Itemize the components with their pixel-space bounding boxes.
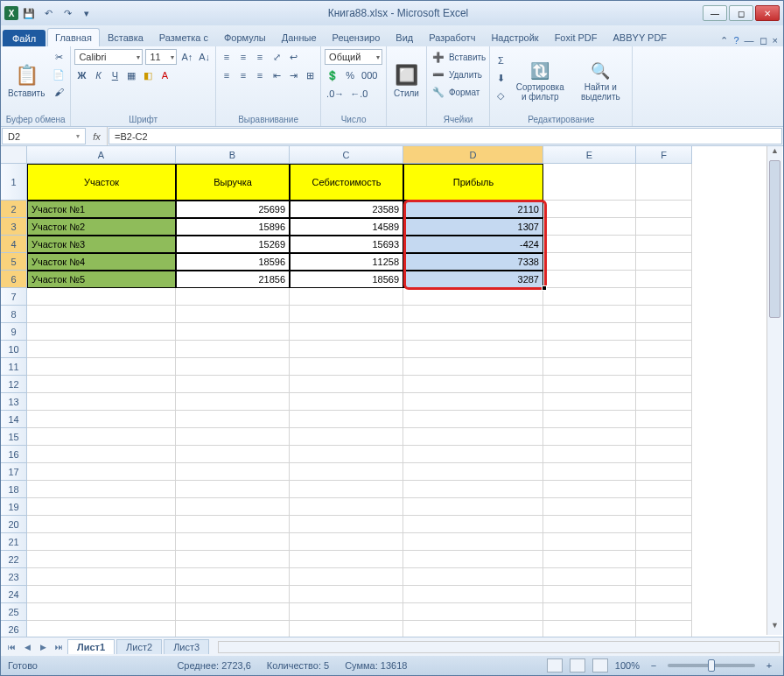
align-top-icon[interactable]: ≡ <box>220 49 234 65</box>
format-cells-icon[interactable]: 🔧 <box>430 84 446 100</box>
cell-7-E[interactable] <box>543 288 636 306</box>
cell-23-E[interactable] <box>543 568 636 586</box>
cell-19-A[interactable] <box>27 498 176 516</box>
cell-18-A[interactable] <box>27 481 176 498</box>
cell-15-C[interactable] <box>290 428 403 446</box>
cell-22-F[interactable] <box>636 551 692 568</box>
cell-5-C[interactable]: 11258 <box>290 253 403 271</box>
cell-4-F[interactable] <box>636 236 692 253</box>
cell-2-B[interactable]: 25699 <box>176 201 290 218</box>
fill-color-icon[interactable]: ◧ <box>141 67 155 83</box>
cell-12-F[interactable] <box>636 376 692 393</box>
row-header-2[interactable]: 2 <box>1 201 27 218</box>
row-header-4[interactable]: 4 <box>1 236 27 253</box>
cell-13-C[interactable] <box>290 393 403 411</box>
row-header-11[interactable]: 11 <box>1 358 27 376</box>
col-header-A[interactable]: A <box>27 146 176 164</box>
insert-cells-icon[interactable]: ➕ <box>430 49 446 65</box>
cell-11-F[interactable] <box>636 358 692 376</box>
cell-7-B[interactable] <box>176 288 290 306</box>
cell-5-A[interactable]: Участок №4 <box>27 253 176 271</box>
fill-icon[interactable]: ⬇ <box>494 70 508 86</box>
cell-10-A[interactable] <box>27 341 176 358</box>
align-left-icon[interactable]: ≡ <box>220 67 234 83</box>
restore-icon[interactable]: ◻ <box>760 35 767 46</box>
cell-11-A[interactable] <box>27 358 176 376</box>
cell-7-A[interactable] <box>27 288 176 306</box>
cell-16-E[interactable] <box>543 446 636 463</box>
tab-addins[interactable]: Надстройк <box>483 28 546 46</box>
cell-18-C[interactable] <box>290 481 403 498</box>
cell-6-B[interactable]: 21856 <box>176 271 290 288</box>
cell-24-E[interactable] <box>543 586 636 603</box>
minimize-button[interactable]: — <box>703 5 727 21</box>
row-header-22[interactable]: 22 <box>1 551 27 568</box>
cell-23-A[interactable] <box>27 568 176 586</box>
cell-21-C[interactable] <box>290 533 403 551</box>
cell-18-B[interactable] <box>176 481 290 498</box>
cell-12-D[interactable] <box>403 376 543 393</box>
cell-15-F[interactable] <box>636 428 692 446</box>
sheet-tab-3[interactable]: Лист3 <box>164 639 209 654</box>
tab-foxit[interactable]: Foxit PDF <box>547 28 606 46</box>
cell-4-E[interactable] <box>543 236 636 253</box>
cell-25-B[interactable] <box>176 603 290 621</box>
tab-nav-last-icon[interactable]: ⏭ <box>52 643 66 651</box>
cell-12-A[interactable] <box>27 376 176 393</box>
cell-20-A[interactable] <box>27 516 176 533</box>
cell-8-F[interactable] <box>636 306 692 323</box>
scroll-up-icon[interactable]: ▲ <box>767 146 782 160</box>
paste-button[interactable]: 📋 Вставить <box>4 49 48 113</box>
cell-21-A[interactable] <box>27 533 176 551</box>
cell-9-D[interactable] <box>403 323 543 341</box>
cell-2-C[interactable]: 23589 <box>290 201 403 218</box>
cell-25-A[interactable] <box>27 603 176 621</box>
redo-icon[interactable]: ↷ <box>60 6 74 20</box>
cell-12-E[interactable] <box>543 376 636 393</box>
zoom-in-icon[interactable]: + <box>762 658 776 673</box>
cell-10-B[interactable] <box>176 341 290 358</box>
cell-24-D[interactable] <box>403 586 543 603</box>
cell-10-D[interactable] <box>403 341 543 358</box>
decrease-indent-icon[interactable]: ⇤ <box>270 67 284 83</box>
increase-decimal-icon[interactable]: .0→ <box>325 86 346 102</box>
cell-24-B[interactable] <box>176 586 290 603</box>
formula-input[interactable]: =B2-C2 <box>108 128 782 144</box>
cell-15-E[interactable] <box>543 428 636 446</box>
increase-indent-icon[interactable]: ⇥ <box>286 67 300 83</box>
sheet-tab-1[interactable]: Лист1 <box>67 639 115 654</box>
row-header-5[interactable]: 5 <box>1 253 27 271</box>
cell-5-F[interactable] <box>636 253 692 271</box>
cell-22-D[interactable] <box>403 551 543 568</box>
close-button[interactable]: ✕ <box>755 5 780 21</box>
cell-3-F[interactable] <box>636 218 692 236</box>
cell-7-D[interactable] <box>403 288 543 306</box>
cell-22-A[interactable] <box>27 551 176 568</box>
decrease-decimal-icon[interactable]: ←.0 <box>348 86 369 102</box>
align-bottom-icon[interactable]: ≡ <box>253 49 267 65</box>
italic-button[interactable]: К <box>91 67 105 83</box>
row-header-19[interactable]: 19 <box>1 498 27 516</box>
comma-icon[interactable]: 000 <box>360 67 379 83</box>
cell-17-F[interactable] <box>636 463 692 481</box>
cell-4-A[interactable]: Участок №3 <box>27 236 176 253</box>
cell-21-B[interactable] <box>176 533 290 551</box>
font-size-select[interactable]: 11 <box>145 49 177 65</box>
copy-icon[interactable]: 📄 <box>51 67 66 82</box>
cell-20-D[interactable] <box>403 516 543 533</box>
spreadsheet[interactable]: ABCDEF 123456789101112131415161718192021… <box>1 146 783 637</box>
row-header-8[interactable]: 8 <box>1 306 27 323</box>
row-header-12[interactable]: 12 <box>1 376 27 393</box>
cell-15-D[interactable] <box>403 428 543 446</box>
view-pagebreak-icon[interactable] <box>592 658 608 672</box>
minimize-ribbon-icon[interactable]: ⌃ <box>720 35 728 46</box>
row-header-21[interactable]: 21 <box>1 533 27 551</box>
merge-icon[interactable]: ⊞ <box>303 67 317 83</box>
view-layout-icon[interactable] <box>570 658 585 672</box>
horizontal-scrollbar[interactable] <box>218 641 780 653</box>
cell-26-B[interactable] <box>176 621 290 637</box>
cell-1-A[interactable]: Участок <box>27 164 176 201</box>
qat-dropdown-icon[interactable]: ▾ <box>80 6 94 20</box>
row-header-16[interactable]: 16 <box>1 446 27 463</box>
save-icon[interactable]: 💾 <box>22 6 36 20</box>
